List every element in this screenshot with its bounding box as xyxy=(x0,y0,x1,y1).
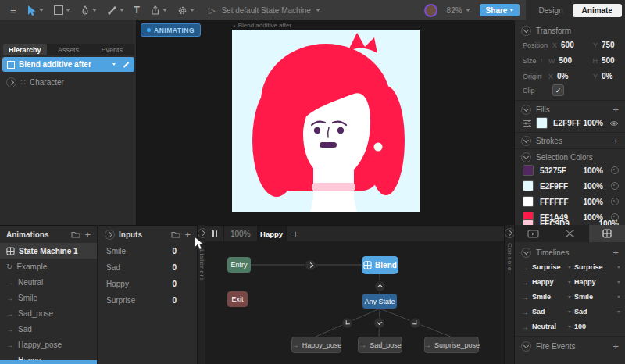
origin-y-field[interactable]: 0% xyxy=(602,72,619,80)
collapse-strokes-icon[interactable] xyxy=(521,136,531,146)
timeline-value[interactable]: Smile xyxy=(574,293,614,301)
fill-color-swatch[interactable] xyxy=(536,117,548,129)
timeline-value[interactable]: Surprise xyxy=(574,263,614,271)
timeline-name-caret-icon[interactable] xyxy=(568,266,571,269)
timeline-value-caret-icon[interactable] xyxy=(617,281,620,284)
animation-item-sad-pose[interactable]: → Sad_pose xyxy=(0,305,97,321)
timeline-value-caret-icon[interactable] xyxy=(617,296,620,298)
selection-color-row[interactable]: FFFFFF 100% xyxy=(523,195,619,208)
node-surprise-pose[interactable]: → Surprise_pose xyxy=(424,337,479,353)
artboard-tool-caret-icon[interactable] xyxy=(66,9,70,12)
export-button[interactable] xyxy=(150,5,167,16)
console-collapsed-panel[interactable]: Console xyxy=(504,225,515,364)
folder-icon[interactable] xyxy=(71,231,80,238)
tab-assets[interactable]: Assets xyxy=(47,44,91,55)
collapse-inputs-icon[interactable] xyxy=(105,230,115,240)
pen-tool-caret-icon[interactable] xyxy=(92,9,97,12)
add-graph-tab-button[interactable]: + xyxy=(293,229,299,239)
size-w-field[interactable]: 500 xyxy=(559,56,573,65)
color-opacity[interactable]: 100% xyxy=(598,219,619,225)
animation-item-state-machine[interactable]: State Machine 1 xyxy=(0,243,97,259)
zoom-dropdown[interactable]: 82% xyxy=(447,6,470,15)
pen-tool-button[interactable] xyxy=(80,5,97,16)
node-blend[interactable]: Blend xyxy=(362,256,398,274)
origin-x-field[interactable]: 0% xyxy=(557,72,568,80)
graph-zoom-level[interactable]: 100% xyxy=(224,230,257,238)
transition-chevron-up-icon[interactable] xyxy=(374,280,386,292)
design-mode-button[interactable]: Design xyxy=(529,4,572,17)
eye-icon[interactable] xyxy=(609,120,619,127)
color-opacity[interactable]: 100% xyxy=(583,166,603,175)
fill-hex-value[interactable]: E2F9FF xyxy=(553,119,581,127)
size-h-field[interactable]: 500 xyxy=(602,56,619,65)
transition-to-sad-icon[interactable] xyxy=(373,317,385,329)
add-fill-button[interactable]: + xyxy=(612,105,619,115)
link-size-icon[interactable]: ↕ xyxy=(540,57,543,64)
hierarchy-item-character[interactable]: ∷ Character xyxy=(0,75,143,89)
fill-opacity-value[interactable]: 100% xyxy=(583,119,603,127)
select-tool-caret-icon[interactable] xyxy=(39,9,44,12)
add-fire-event-button[interactable]: + xyxy=(612,341,619,352)
collapse-fire-events-icon[interactable] xyxy=(521,341,531,352)
add-stroke-button[interactable]: + xyxy=(612,136,619,146)
animation-item-neutral[interactable]: → Neutral xyxy=(0,274,97,290)
color-opacity[interactable]: 100% xyxy=(583,198,603,206)
timeline-name-caret-icon[interactable] xyxy=(568,311,571,313)
animate-mode-button[interactable]: Animate xyxy=(573,4,622,17)
collapse-timelines-icon[interactable] xyxy=(521,248,531,258)
link-origin-icon[interactable]: ↕ xyxy=(540,73,543,80)
selection-color-row-clipped[interactable]: FFC9D9 100% xyxy=(523,219,619,225)
input-row[interactable]: Sad 0 xyxy=(98,259,197,276)
selection-color-row[interactable]: 53275F 100% xyxy=(523,164,619,177)
color-hex[interactable]: FFC9D9 xyxy=(540,219,570,225)
color-swatch[interactable] xyxy=(523,196,534,207)
timeline-value[interactable]: Happy xyxy=(574,278,614,286)
timeline-row[interactable]: → Smile Smile xyxy=(521,291,620,303)
artboard-item-caret-icon[interactable] xyxy=(112,63,116,66)
color-swatch[interactable] xyxy=(523,219,534,225)
animation-item-smile[interactable]: → Smile xyxy=(0,290,97,305)
collapse-selection-colors-icon[interactable] xyxy=(521,152,531,162)
input-value[interactable]: 0 xyxy=(172,263,177,272)
tab-state-machine-view[interactable] xyxy=(589,225,625,242)
timeline-name-caret-icon[interactable] xyxy=(568,296,571,298)
position-y-field[interactable]: 750 xyxy=(602,41,619,49)
select-tool-button[interactable] xyxy=(27,5,44,16)
default-state-machine-dropdown[interactable]: Set default State Machine xyxy=(221,6,320,15)
settings-caret-icon[interactable] xyxy=(190,9,195,12)
timeline-row[interactable]: → Sad Sad xyxy=(521,305,620,318)
sliders-icon[interactable] xyxy=(523,119,532,128)
tab-interpolation-view[interactable] xyxy=(552,225,588,242)
text-tool-button[interactable]: T xyxy=(134,5,140,16)
input-row[interactable]: Smile 0 xyxy=(98,243,197,259)
hierarchy-item-artboard-selected[interactable]: Blend additive after xyxy=(2,57,134,72)
clip-checkbox[interactable]: ✓ xyxy=(552,84,564,96)
stage-canvas[interactable]: ANIMATING ● Blend additive after xyxy=(137,20,514,225)
timeline-value-caret-icon[interactable] xyxy=(617,311,620,313)
console-tab-label[interactable]: Console xyxy=(506,243,513,271)
edit-pencil-icon[interactable] xyxy=(123,62,130,68)
node-exit[interactable]: Exit xyxy=(227,291,248,307)
artboard-tool-button[interactable] xyxy=(54,5,70,15)
add-animation-button[interactable]: + xyxy=(84,230,91,240)
add-timeline-button[interactable]: + xyxy=(612,248,619,258)
main-menu-button[interactable]: ≡ xyxy=(10,5,16,16)
folder-icon[interactable] xyxy=(171,231,180,238)
input-value[interactable]: 0 xyxy=(172,247,177,255)
color-hex[interactable]: FFFFFF xyxy=(540,198,569,206)
graph-tab-happy[interactable]: Happy xyxy=(258,226,286,241)
animation-item-sad[interactable]: → Sad xyxy=(0,321,97,337)
tab-playback-view[interactable] xyxy=(515,225,552,242)
input-row[interactable]: Surprise 0 xyxy=(98,292,197,309)
play-state-machine-button[interactable]: ▷ xyxy=(209,5,215,16)
timeline-row[interactable]: → Surprise Surprise xyxy=(521,261,620,273)
key-target-icon[interactable] xyxy=(611,166,619,174)
color-swatch[interactable] xyxy=(523,180,534,191)
state-machine-graph-panel[interactable]: 100% Happy + Entry Exit Blend Any State … xyxy=(205,225,504,364)
listeners-tab-label[interactable]: Listeners xyxy=(198,249,205,281)
input-row[interactable]: Happy 0 xyxy=(98,276,197,292)
timeline-name-caret-icon[interactable] xyxy=(568,281,571,284)
add-input-button[interactable]: + xyxy=(184,230,191,240)
timeline-value[interactable]: Sad xyxy=(574,308,614,316)
export-caret-icon[interactable] xyxy=(162,9,167,12)
